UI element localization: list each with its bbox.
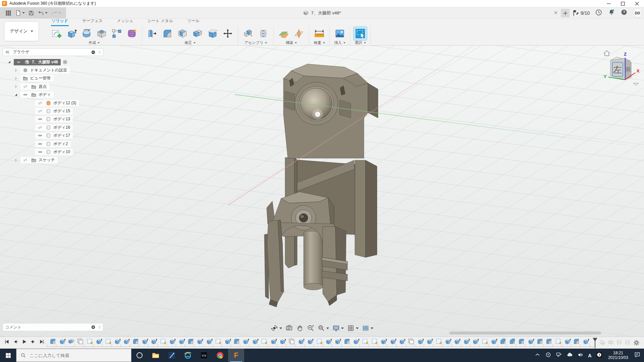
timeline-feature-extrude-icon[interactable] bbox=[57, 338, 66, 345]
activate-component-radio[interactable] bbox=[62, 59, 68, 65]
timeline-feature-chamfer-icon[interactable] bbox=[498, 338, 507, 345]
taskbar-app-vix-icon[interactable]: ViX bbox=[196, 349, 212, 362]
ribbon-tool-canvas-button[interactable] bbox=[333, 27, 346, 40]
timeline-feature-extrude-icon[interactable] bbox=[195, 338, 204, 345]
browser-tree-row[interactable]: ボディ13 bbox=[3, 115, 103, 123]
browser-tree-row[interactable]: ボディ16 bbox=[3, 123, 103, 131]
expander-closed-icon[interactable] bbox=[13, 76, 19, 80]
job-queue-icon[interactable] bbox=[595, 9, 602, 17]
timeline-feature-sketch-icon[interactable] bbox=[553, 338, 562, 345]
taskbar-app-cortana-icon[interactable] bbox=[131, 349, 148, 362]
maximize-button[interactable] bbox=[616, 0, 630, 7]
redo-button[interactable] bbox=[50, 9, 62, 17]
timeline-settings-gear-icon[interactable] bbox=[633, 339, 640, 348]
visibility-eye-on-icon[interactable] bbox=[37, 149, 43, 155]
user-avatar[interactable]: DD bbox=[633, 8, 642, 17]
tree-item-label[interactable]: ボディ2 bbox=[53, 141, 68, 147]
browser-tree-row[interactable]: ビュー管理 bbox=[3, 74, 103, 82]
timeline-ruler[interactable] bbox=[47, 345, 594, 347]
timeline-suppressed-mirror-icon[interactable] bbox=[624, 339, 631, 347]
tree-item-label[interactable]: ドキュメントの設定 bbox=[30, 67, 67, 73]
visibility-eye-off-icon[interactable] bbox=[22, 157, 29, 163]
timeline-feature-plane-icon[interactable] bbox=[407, 338, 416, 345]
ribbon-tool-presspull-button[interactable] bbox=[146, 27, 159, 40]
ribbon-tool-shell-button[interactable] bbox=[176, 27, 189, 40]
timeline-feature-extrude-icon[interactable] bbox=[94, 338, 103, 345]
tree-item-label[interactable]: ビュー管理 bbox=[30, 75, 51, 81]
taskbar-app-fusion-icon[interactable]: F bbox=[228, 349, 244, 362]
timeline-feature-sketch-icon[interactable] bbox=[260, 338, 269, 345]
new-tab-button[interactable] bbox=[561, 9, 570, 17]
ribbon-tool-revolve-button[interactable] bbox=[80, 27, 93, 40]
timeline-play-button[interactable] bbox=[21, 339, 27, 346]
timeline-feature-extrude-icon[interactable] bbox=[425, 338, 434, 345]
panel-resize-handle[interactable] bbox=[98, 50, 101, 55]
tree-item-label[interactable]: ボディ16 bbox=[53, 125, 70, 130]
taskbar-search[interactable] bbox=[16, 349, 131, 362]
tree-item-label[interactable]: 原点 bbox=[39, 84, 47, 89]
timeline-feature-sketch-icon[interactable] bbox=[85, 338, 94, 345]
tray-ime-icon[interactable]: A bbox=[588, 353, 592, 358]
timeline-feature-extrude-icon[interactable] bbox=[306, 338, 315, 345]
timeline-feature-fillet-icon[interactable] bbox=[544, 338, 553, 345]
tree-item-label[interactable]: スケッチ bbox=[39, 157, 55, 163]
timeline-feature-extrude-icon[interactable] bbox=[581, 338, 590, 345]
timeline-feature-fillet-icon[interactable] bbox=[48, 338, 57, 345]
remove-filter-icon[interactable] bbox=[91, 50, 96, 55]
timeline-feature-extrude-icon[interactable] bbox=[471, 338, 480, 345]
tree-item-label[interactable]: ボディ12 (3) bbox=[53, 100, 76, 106]
browser-tree-row[interactable]: ボディ bbox=[3, 91, 103, 99]
minimize-button[interactable] bbox=[602, 0, 616, 7]
ribbon-tool-select-button[interactable] bbox=[354, 27, 367, 40]
timeline-feature-plane-icon[interactable] bbox=[76, 338, 85, 345]
ribbon-tool-hole-button[interactable] bbox=[95, 27, 108, 40]
tree-item-label[interactable]: ボディ15 bbox=[53, 108, 70, 114]
timeline-skipstart-button[interactable] bbox=[4, 339, 10, 346]
ribbon-tab-サーフェス[interactable]: サーフェス bbox=[82, 18, 103, 26]
visibility-eye-on-icon[interactable] bbox=[22, 92, 29, 98]
browser-header[interactable]: ブラウザ bbox=[3, 48, 103, 56]
tree-item-label[interactable]: ボディ13 bbox=[53, 116, 70, 122]
tray-japp-icon[interactable]: J bbox=[596, 352, 602, 359]
add-comment-icon[interactable] bbox=[91, 325, 96, 329]
timeline-scrollbar[interactable] bbox=[449, 331, 601, 335]
timeline-feature-extrude-icon[interactable] bbox=[241, 338, 250, 345]
browser-tree-row[interactable]: ボディ2 bbox=[3, 140, 103, 148]
timeline-position-marker[interactable] bbox=[592, 338, 598, 350]
ribbon-tool-combine-button[interactable] bbox=[191, 27, 204, 40]
taskbar-app-ie-icon[interactable] bbox=[180, 349, 196, 362]
start-button[interactable] bbox=[0, 349, 16, 362]
ribbon-tool-joint-button[interactable] bbox=[257, 27, 270, 40]
timeline-feature-sketch-icon[interactable] bbox=[103, 338, 112, 345]
timeline-stepfwd-button[interactable] bbox=[30, 339, 36, 346]
taskbar-app-explorer-icon[interactable] bbox=[148, 349, 164, 362]
timeline-feature-extrude-icon[interactable] bbox=[563, 338, 572, 345]
ribbon-tool-move-button[interactable] bbox=[221, 27, 234, 40]
tray-meet-icon[interactable] bbox=[545, 352, 551, 359]
nav-lookat-button[interactable] bbox=[285, 324, 293, 332]
ribbon-tool-newcomponent-button[interactable] bbox=[241, 27, 255, 40]
timeline-feature-fillet-icon[interactable] bbox=[535, 338, 544, 345]
view-cube[interactable]: 左 前 Z Y X bbox=[596, 48, 644, 91]
visibility-eye-on-icon[interactable] bbox=[37, 116, 43, 122]
timeline-feature-sketch-icon[interactable] bbox=[159, 338, 168, 345]
taskbar-app-pentool-icon[interactable] bbox=[164, 349, 180, 362]
timeline-feature-extrude-icon[interactable] bbox=[443, 338, 452, 345]
timeline-feature-fillet-icon[interactable] bbox=[572, 338, 581, 345]
notifications-bell-icon[interactable] bbox=[608, 9, 615, 17]
timeline-feature-extrude-icon[interactable] bbox=[205, 338, 214, 345]
timeline-feature-fillet-icon[interactable] bbox=[186, 338, 195, 345]
viewcube-cube[interactable]: 左 前 bbox=[610, 57, 631, 80]
ribbon-tab-ツール[interactable]: ツール bbox=[186, 18, 200, 26]
tray-network-icon[interactable] bbox=[556, 352, 562, 359]
timeline-feature-sketch-icon[interactable] bbox=[434, 338, 443, 345]
comment-bar[interactable]: コメント bbox=[3, 323, 103, 331]
timeline-feature-plane-icon[interactable] bbox=[287, 338, 296, 345]
ribbon-tab-シート メタル[interactable]: シート メタル bbox=[147, 18, 174, 26]
timeline-suppressed-circular-pattern-icon[interactable] bbox=[607, 339, 614, 347]
nav-pan-button[interactable] bbox=[296, 324, 304, 332]
timeline-feature-extrude-icon[interactable] bbox=[397, 338, 407, 345]
nav-orbit-button[interactable] bbox=[271, 324, 282, 332]
timeline-feature-sketch-icon[interactable] bbox=[315, 338, 324, 345]
timeline-feature-sketch-icon[interactable] bbox=[370, 338, 379, 345]
